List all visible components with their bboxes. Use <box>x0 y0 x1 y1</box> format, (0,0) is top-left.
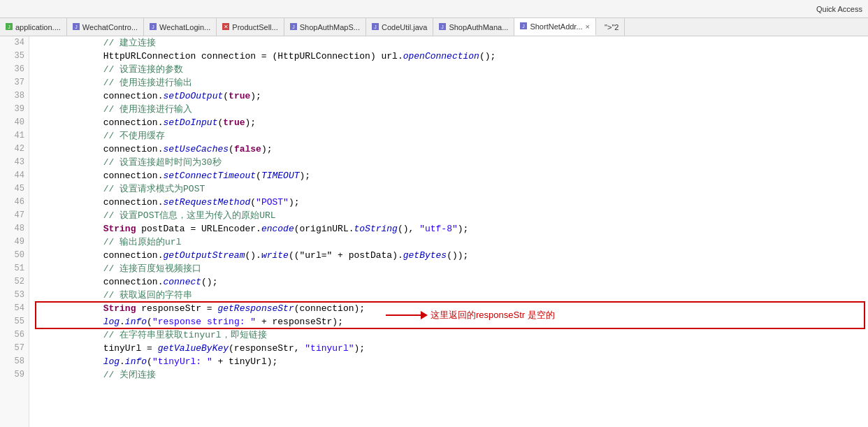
token: "utf-8" <box>419 224 458 234</box>
token: ); <box>289 197 300 208</box>
token: // 不使用缓存 <box>103 131 165 141</box>
svg-text:J: J <box>152 24 154 29</box>
line-number: 51 <box>0 262 24 275</box>
tab-tab4[interactable]: ✕ProductSell... <box>217 18 284 36</box>
token: ); <box>245 117 256 128</box>
token: log <box>103 356 120 367</box>
code-line-43: // 设置连接超时时间为30秒 <box>38 156 868 169</box>
line-number: 50 <box>0 249 24 262</box>
tab-icon: J <box>439 23 446 31</box>
token: connection. <box>103 250 164 261</box>
token: ( <box>229 144 234 154</box>
token: // 设置请求模式为POST <box>103 184 205 194</box>
token: ( <box>223 91 229 101</box>
token: (). <box>245 250 261 261</box>
code-line-36: // 设置连接的参数 <box>38 63 868 76</box>
line-numbers: 3435363738394041424344454647484950515253… <box>0 36 29 427</box>
code-line-45: // 设置请求模式为POST <box>38 182 868 196</box>
line-number: 55 <box>0 315 24 328</box>
token: ); <box>458 224 469 234</box>
token: String <box>103 224 136 234</box>
tab-tab-overflow[interactable]: ">"2 <box>596 18 625 36</box>
tab-tab8[interactable]: JShortNetAddr...× <box>514 18 596 36</box>
token: String <box>103 303 136 314</box>
token: ( <box>250 197 256 208</box>
token: (), <box>398 224 419 234</box>
token: responseStr = <box>136 303 217 314</box>
token: connection. <box>103 197 164 208</box>
line-number: 47 <box>0 209 24 222</box>
line-number: 56 <box>0 328 24 342</box>
tab-close-button[interactable]: × <box>586 22 590 31</box>
token: + responseStr); <box>256 317 343 327</box>
code-content[interactable]: // 建立连接 HttpURLConnection connection = (… <box>29 36 868 427</box>
token: (connection); <box>294 303 365 314</box>
code-line-41: // 不使用缓存 <box>38 129 868 143</box>
line-number: 46 <box>0 196 24 209</box>
tab-tab5[interactable]: JShopAuthMapS... <box>284 18 366 36</box>
token: getValueByKey <box>158 343 229 354</box>
token: tinyUrl = <box>103 343 158 354</box>
tab-icon: J <box>372 23 379 31</box>
token: // 建立连接 <box>103 38 156 48</box>
token: connection. <box>103 171 164 181</box>
token: setDoOutput <box>163 91 223 101</box>
token: setRequestMethod <box>163 197 250 208</box>
token: HttpURLConnection connection = (HttpURLC… <box>103 51 403 61</box>
token: setDoInput <box>163 117 217 128</box>
token: connection. <box>103 144 164 154</box>
svg-text:✕: ✕ <box>224 24 229 30</box>
token: TIMEOUT <box>261 171 300 181</box>
token: getOutputStream <box>163 250 245 261</box>
token: (("url=" + postData). <box>289 250 403 261</box>
token: false <box>234 144 261 154</box>
annotation-arrow-head <box>421 311 428 319</box>
tab-label: WechatContro... <box>82 23 138 31</box>
code-line-34: // 建立连接 <box>38 36 868 50</box>
tab-bar: Japplication....JWechatContro...JWechatL… <box>0 18 868 36</box>
token: openConnection <box>403 51 479 61</box>
token: . <box>120 317 125 327</box>
tab-tab7[interactable]: JShopAuthMana... <box>433 18 514 36</box>
token: "tinyurl" <box>305 343 354 354</box>
line-number: 48 <box>0 222 24 236</box>
token: "tinyUrl: " <box>152 356 212 367</box>
tab-icon: J <box>290 23 297 31</box>
tab-label: application.... <box>15 23 61 31</box>
code-line-44: connection.setConnectTimeout(TIMEOUT); <box>38 169 868 182</box>
token: // 连接百度短视频接口 <box>103 263 201 274</box>
tab-tab3[interactable]: JWechatLogin... <box>144 18 217 36</box>
code-line-59: // 关闭连接 <box>38 368 868 382</box>
code-line-51: // 连接百度短视频接口 <box>38 262 868 275</box>
token: ( <box>256 171 261 181</box>
svg-text:J: J <box>523 24 526 29</box>
line-number: 44 <box>0 169 24 182</box>
code-line-42: connection.setUseCaches(false); <box>38 143 868 156</box>
token: write <box>261 250 289 261</box>
tab-tab6[interactable]: JCodeUtil.java <box>366 18 433 36</box>
line-number: 49 <box>0 236 24 249</box>
svg-text:J: J <box>292 24 295 29</box>
token: ()); <box>447 250 468 261</box>
code-line-39: // 使用连接进行输入 <box>38 103 868 116</box>
annotation-text: 这里返回的responseStr 是空的 <box>431 309 555 321</box>
token: // 关闭连接 <box>103 370 156 380</box>
token: ); <box>354 343 366 354</box>
annotation-arrow-line <box>386 314 421 316</box>
token: (); <box>201 277 217 287</box>
tab-label: ShopAuthMana... <box>449 23 508 31</box>
token: setUseCaches <box>163 144 229 154</box>
token: // 设置连接的参数 <box>103 64 183 75</box>
token: info <box>125 317 147 327</box>
token: setConnectTimeout <box>163 171 256 181</box>
code-line-38: connection.setDoOutput(true); <box>38 89 868 103</box>
token: // 在字符串里获取tinyurl，即短链接 <box>103 330 267 340</box>
line-number: 42 <box>0 143 24 156</box>
tab-label: CodeUtil.java <box>382 23 427 31</box>
token: ( <box>147 356 152 367</box>
code-line-49: // 输出原始的url <box>38 236 868 249</box>
token: encode <box>261 224 294 234</box>
tab-tab1[interactable]: Japplication.... <box>0 18 67 36</box>
tab-tab2[interactable]: JWechatContro... <box>67 18 144 36</box>
token: ); <box>300 171 311 181</box>
